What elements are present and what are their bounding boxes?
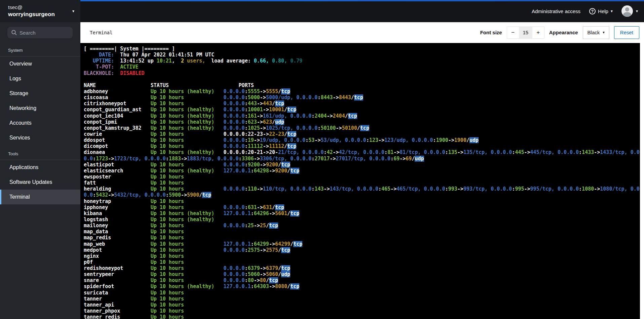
terminal-line: nginx Up 10 hours (84, 253, 640, 259)
sidebar-nav: SystemOverviewLogsStorageNetworkingAccou… (0, 42, 80, 204)
sidebar-item-applications[interactable]: Applications (0, 160, 80, 175)
masthead: Administrative access ? Help ▾ ▾ (80, 0, 644, 22)
sidebar-item-accounts[interactable]: Accounts (0, 116, 80, 130)
terminal-line: conpot_iec104 Up 10 hours (healthy) 0.0.… (84, 113, 640, 119)
terminal-line: NAME STATUS PORTS (84, 82, 640, 88)
terminal-line: fatt Up 10 hours (84, 180, 640, 186)
font-size-label: Font size (480, 30, 502, 35)
terminal-line: tanner_phpox Up 10 hours (84, 308, 640, 314)
host-user: tsec@ (8, 4, 55, 11)
sidebar-item-software-updates[interactable]: Software Updates (0, 175, 80, 190)
appearance-label: Appearance (549, 30, 578, 35)
host-label: tsec@ worryingsurgeon (8, 4, 55, 18)
terminal-screen[interactable]: [ ========| System |======== ] DATE: Thu… (80, 43, 640, 319)
terminal-line: p0f Up 10 hours (84, 259, 640, 265)
terminal-line: heralding Up 10 hours 0.0.0.0:110->110/t… (84, 186, 640, 192)
terminal-line: conpot_guardian_ast Up 10 hours (healthy… (84, 107, 640, 113)
sidebar-item-networking[interactable]: Networking (0, 101, 80, 116)
terminal-line: ciscoasa Up 10 hours 0.0.0.0:5000->5000/… (84, 94, 640, 101)
sidebar-search (7, 27, 76, 38)
sidebar-item-terminal[interactable]: Terminal (0, 190, 80, 204)
font-size-value[interactable]: 15 (519, 27, 532, 38)
terminal-line: citrixhoneypot Up 10 hours 0.0.0.0:443->… (84, 101, 640, 107)
terminal-line: UPTIME: 13:41:52 up 10:21, 2 users, load… (84, 58, 640, 64)
terminal-line: honeytrap Up 10 hours (84, 198, 640, 204)
help-icon: ? (589, 8, 596, 14)
host-switcher[interactable]: tsec@ worryingsurgeon ▾ (0, 0, 80, 22)
terminal-line: kibana Up 10 hours (healthy) 127.0.0.1:6… (84, 210, 640, 216)
section-title: Tools (0, 145, 80, 160)
terminal-line: snare Up 10 hours 0.0.0.0:80->80/tcp (84, 277, 640, 283)
terminal-line: map_redis Up 10 hours (84, 235, 640, 241)
terminal-line: cowrie Up 10 hours 0.0.0.0:22-23->22-23/… (84, 131, 640, 137)
terminal-line: medpot Up 10 hours 0.0.0.0:2575->2575/tc… (84, 247, 640, 253)
chevron-down-icon: ▾ (72, 9, 74, 13)
sidebar-item-storage[interactable]: Storage (0, 86, 80, 101)
section-title: System (0, 42, 80, 56)
search-icon (11, 30, 17, 37)
terminal-line: map_web Up 10 hours 127.0.0.1:64299->642… (84, 241, 640, 247)
terminal-line: logstash Up 10 hours (healthy) (84, 216, 640, 223)
sidebar-item-logs[interactable]: Logs (0, 71, 80, 86)
scrollbar-track[interactable] (640, 22, 644, 319)
terminal-line: mailoney Up 10 hours 0.0.0.0:25->25/tcp (84, 223, 640, 229)
terminal-line (84, 76, 640, 82)
avatar (621, 5, 633, 17)
terminal-line: tanner_api Up 10 hours (84, 302, 640, 308)
app-window: tsec@ worryingsurgeon ▾ SystemOverviewLo… (0, 0, 644, 319)
terminal-line: 0.0:5432->5432/tcp, 0.0.0.0:5900->5900/t… (84, 192, 640, 198)
terminal-line: adbhoney Up 10 hours (healthy) 0.0.0.0:5… (84, 88, 640, 94)
font-size-stepper: − 15 + (507, 27, 544, 39)
terminal-line: conpot_ipmi Up 10 hours (healthy) 0.0.0.… (84, 119, 640, 125)
administrative-access-button[interactable]: Administrative access (532, 8, 580, 14)
sidebar-item-services[interactable]: Services (0, 130, 80, 145)
terminal-toolbar: Terminal Font size − 15 + Appearance Bla… (80, 22, 644, 43)
terminal-line: T-POT: ACTIVE (84, 64, 640, 70)
terminal-line: dionaea Up 10 hours (healthy) 0.0.0.0:20… (84, 149, 640, 155)
terminal-line: ewsposter Up 10 hours (84, 174, 640, 180)
terminal-line: conpot_kamstrup_382 Up 10 hours (healthy… (84, 125, 640, 131)
terminal-line: [ ========| System |======== ] (84, 46, 640, 52)
help-menu[interactable]: ? Help ▾ (589, 8, 613, 14)
sidebar: tsec@ worryingsurgeon ▾ SystemOverviewLo… (0, 0, 80, 319)
terminal-line: elasticpot Up 10 hours 0.0.0.0:9200->920… (84, 162, 640, 168)
reset-button[interactable]: Reset (614, 26, 639, 39)
chevron-down-icon: ▾ (636, 9, 638, 13)
terminal-line: ipphoney Up 10 hours 0.0.0.0:631->631/tc… (84, 204, 640, 210)
terminal-line: 0.0:1723->1723/tcp, 0.0.0.0:1883->1883/t… (84, 156, 640, 162)
terminal-line: tanner Up 10 hours (84, 296, 640, 302)
chevron-down-icon: ▾ (611, 9, 613, 13)
font-size-increase-button[interactable]: + (532, 27, 544, 38)
terminal-line: elasticsearch Up 10 hours (healthy) 127.… (84, 168, 640, 174)
terminal-line: dicompot Up 10 hours 0.0.0.0:11112->1111… (84, 143, 640, 149)
sidebar-item-overview[interactable]: Overview (0, 56, 80, 71)
appearance-value: Black (588, 30, 600, 35)
terminal-controls: Font size − 15 + Appearance Black ▾ Rese… (480, 26, 639, 39)
terminal-line: redishoneypot Up 10 hours 0.0.0.0:6379->… (84, 265, 640, 271)
page-title: Terminal (90, 30, 112, 35)
help-label: Help (598, 8, 608, 14)
terminal-line: suricata Up 10 hours (84, 290, 640, 296)
terminal-line: DATE: Thu 07 Apr 2022 01:41:51 PM UTC (84, 52, 640, 58)
terminal-line: sentrypeer Up 10 hours 0.0.0.0:5060->506… (84, 271, 640, 277)
chevron-down-icon: ▾ (603, 30, 605, 35)
search-input[interactable] (7, 27, 73, 38)
font-size-decrease-button[interactable]: − (507, 27, 519, 38)
terminal-line: ddospot Up 10 hours 0.0.0.0:19->19/udp, … (84, 137, 640, 143)
terminal-line: map_data Up 10 hours (84, 229, 640, 235)
terminal-line: tanner_redis Up 10 hours (84, 314, 640, 319)
host-name: worryingsurgeon (8, 11, 55, 18)
terminal-line: spiderfoot Up 10 hours (healthy) 127.0.0… (84, 283, 640, 289)
terminal-line: BLACKHOLE: DISABLED (84, 70, 640, 76)
session-menu[interactable]: ▾ (621, 5, 638, 17)
appearance-select[interactable]: Black ▾ (583, 26, 609, 39)
